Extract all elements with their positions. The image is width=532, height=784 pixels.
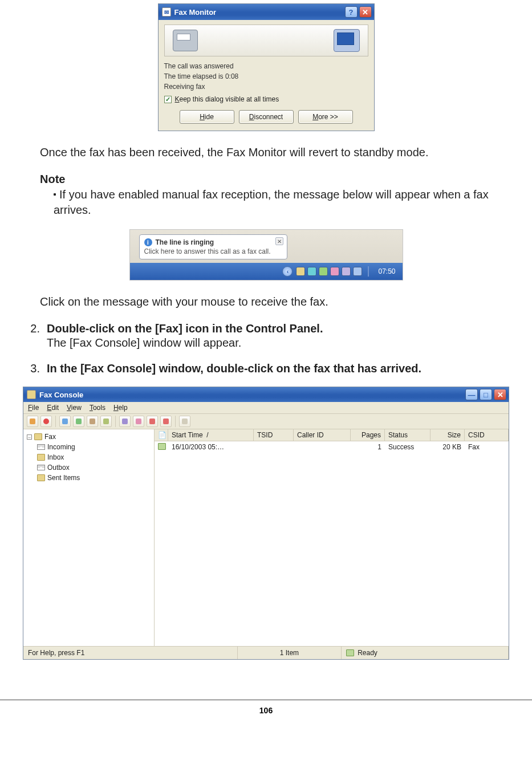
- tree-expander-icon[interactable]: –: [27, 434, 32, 440]
- step-2: 2. Double-click on the [Fax] icon in the…: [24, 322, 492, 350]
- notification-area: ✕ i The line is ringing Click here to an…: [129, 229, 403, 281]
- toolbar-button[interactable]: [27, 416, 38, 427]
- menu-file[interactable]: File: [28, 404, 39, 412]
- toolbar-button[interactable]: [160, 416, 172, 427]
- col-size-header[interactable]: Size: [431, 429, 465, 441]
- col-icon-header[interactable]: 📄: [155, 429, 168, 441]
- menubar: File Edit View Tools Help: [23, 402, 509, 414]
- status-line: The time elapsed is 0:08: [164, 71, 368, 82]
- toolbar-button[interactable]: [119, 416, 131, 427]
- table-row[interactable]: 16/10/2003 05:… 1 Success 20 KB Fax: [155, 441, 509, 454]
- toolbar-button[interactable]: [59, 416, 71, 427]
- folder-icon: [37, 474, 45, 481]
- status-line: Receiving fax: [164, 82, 368, 92]
- menu-tools[interactable]: Tools: [90, 404, 105, 412]
- fax-monitor-dialog: ✉ Fax Monitor ? ✕ The call was answered …: [158, 3, 375, 131]
- step-subtext: The [Fax Console] window will appear.: [47, 336, 492, 350]
- tree-label: Fax: [44, 433, 56, 441]
- help-button[interactable]: ?: [345, 6, 358, 18]
- balloon-body: Click here to answer this call as a fax …: [144, 247, 282, 255]
- tray-icon[interactable]: [307, 267, 316, 276]
- more-button[interactable]: More >>: [298, 110, 353, 124]
- tree-item-incoming[interactable]: Incoming: [27, 442, 151, 452]
- balloon-title: The line is ringing: [156, 238, 214, 246]
- toolbar-button[interactable]: [133, 416, 144, 427]
- folder-icon: [37, 454, 45, 461]
- info-icon: i: [144, 238, 152, 246]
- tray-icon[interactable]: [330, 267, 339, 276]
- taskbar: ‹ 07:50: [130, 263, 403, 280]
- statusbar-help: For Help, press F1: [23, 647, 238, 659]
- step-heading: In the [Fax Console] window, double-clic…: [47, 362, 492, 375]
- step-number: 3.: [24, 362, 40, 375]
- fax-console-titlebar[interactable]: Fax Console — □ ✕: [23, 387, 509, 402]
- keep-visible-label[interactable]: Keep this dialog visible at all times: [175, 95, 279, 103]
- cell-size: 20 KB: [431, 441, 465, 453]
- statusbar-count: 1 Item: [238, 647, 342, 659]
- transfer-dots-icon: [204, 40, 328, 41]
- tray-icon[interactable]: [353, 267, 362, 276]
- tray-icons: [296, 267, 362, 276]
- tree-label: Inbox: [47, 453, 64, 461]
- step-heading: Double-click on the [Fax] icon in the Co…: [47, 322, 492, 335]
- tree-item-sent[interactable]: Sent Items: [27, 473, 151, 483]
- tray-expand-icon[interactable]: ‹: [282, 266, 293, 277]
- hide-button[interactable]: Hide: [180, 110, 234, 124]
- col-status-header[interactable]: Status: [385, 429, 431, 441]
- folder-tree: – Fax Incoming Inbox Outbox: [23, 429, 155, 646]
- cell-start: 16/10/2003 05:…: [168, 441, 254, 453]
- toolbar-button[interactable]: [147, 416, 158, 427]
- menu-help[interactable]: Help: [113, 404, 128, 412]
- menu-edit[interactable]: Edit: [47, 404, 59, 412]
- col-caller-header[interactable]: Caller ID: [294, 429, 351, 441]
- col-csid-header[interactable]: CSID: [465, 429, 509, 441]
- statusbar: For Help, press F1 1 Item Ready: [23, 646, 509, 659]
- close-button[interactable]: ✕: [494, 389, 506, 400]
- toolbar-button[interactable]: [100, 416, 112, 427]
- envelope-icon: [37, 465, 45, 470]
- keep-visible-checkbox[interactable]: ✓: [164, 96, 172, 103]
- page-number: 106: [259, 706, 273, 715]
- tree-label: Incoming: [47, 443, 75, 451]
- fax-monitor-titlebar[interactable]: ✉ Fax Monitor ? ✕: [159, 4, 374, 20]
- disconnect-button[interactable]: Disconnect: [239, 110, 294, 124]
- note-body: If you have enabled manual fax reception…: [40, 187, 492, 218]
- tray-icon[interactable]: [319, 267, 328, 276]
- tree-label: Sent Items: [47, 474, 80, 482]
- paragraph: Click on the message with your mouse to …: [40, 294, 492, 310]
- tree-root-fax[interactable]: – Fax: [27, 432, 151, 442]
- tree-item-inbox[interactable]: Inbox: [27, 452, 151, 462]
- envelope-icon: [37, 444, 45, 450]
- col-pages-header[interactable]: Pages: [351, 429, 385, 441]
- row-icon: [155, 441, 168, 453]
- bullet-icon: [54, 193, 56, 196]
- fax-machine-icon: [173, 30, 198, 51]
- tree-item-outbox[interactable]: Outbox: [27, 462, 151, 473]
- col-start-header[interactable]: Start Time /: [168, 429, 254, 441]
- fax-console-app-icon: [27, 390, 36, 399]
- toolbar-button[interactable]: [179, 416, 190, 427]
- cell-csid: Fax: [465, 441, 509, 453]
- cell-caller: [294, 441, 351, 453]
- fax-list: 📄 Start Time / TSID Caller ID Pages Stat…: [155, 429, 509, 646]
- tray-clock: 07:50: [375, 267, 399, 275]
- tray-separator-icon: [368, 266, 369, 277]
- toolbar-button[interactable]: [87, 416, 98, 427]
- close-button[interactable]: ✕: [359, 6, 372, 18]
- ready-icon: [346, 649, 354, 656]
- tray-icon[interactable]: [296, 267, 305, 276]
- maximize-button[interactable]: □: [480, 389, 492, 400]
- tray-icon[interactable]: [342, 267, 351, 276]
- folder-icon: [34, 433, 42, 440]
- minimize-button[interactable]: —: [465, 389, 478, 400]
- menu-view[interactable]: View: [67, 404, 82, 412]
- col-tsid-header[interactable]: TSID: [254, 429, 294, 441]
- balloon-close-button[interactable]: ✕: [275, 237, 283, 245]
- paragraph: Once the fax has been received, the Fax …: [40, 145, 492, 160]
- toolbar-button[interactable]: [73, 416, 84, 427]
- toolbar-button[interactable]: [40, 416, 52, 427]
- cell-tsid: [254, 441, 294, 453]
- cell-status: Success: [385, 441, 431, 453]
- note-heading: Note: [40, 173, 492, 186]
- ringing-balloon[interactable]: ✕ i The line is ringing Click here to an…: [139, 234, 287, 259]
